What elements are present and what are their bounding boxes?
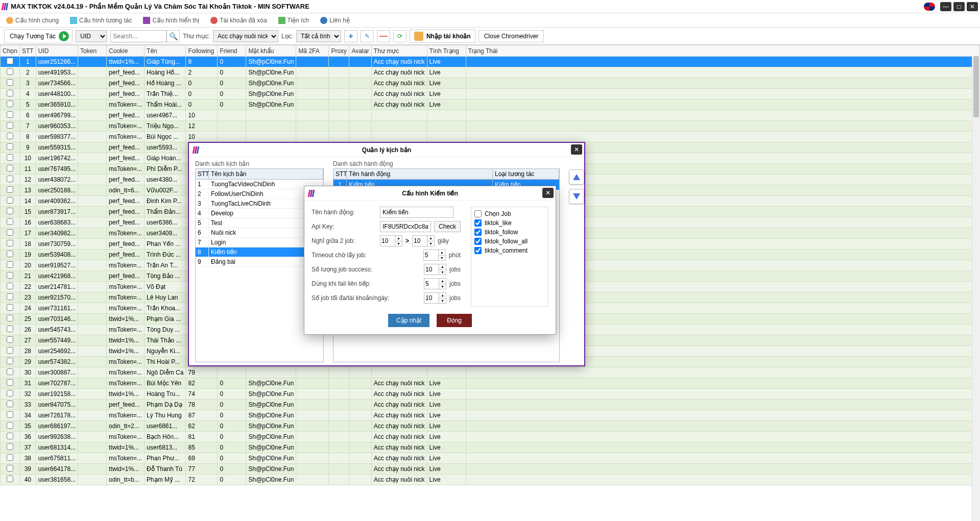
row-checkbox[interactable]	[7, 315, 13, 321]
row-checkbox[interactable]	[7, 476, 13, 482]
table-row[interactable]: 7user960353...msToken=...Triệu Ngọ...12	[1, 121, 980, 132]
edit-button[interactable]: ✎	[361, 30, 374, 42]
move-down-button[interactable]	[569, 189, 584, 204]
column-header[interactable]: Tên	[145, 45, 186, 57]
row-checkbox[interactable]	[7, 293, 13, 300]
row-checkbox[interactable]	[7, 465, 13, 472]
uid-select[interactable]: UID	[76, 30, 107, 42]
table-row[interactable]: 40user381658...odin_tt=b...Phạm Mỹ ...72…	[1, 475, 980, 485]
menu-config-interaction[interactable]: Cấu hình tương tác	[67, 15, 135, 26]
row-checkbox[interactable]	[7, 422, 13, 429]
row-checkbox[interactable]	[7, 143, 13, 150]
table-row[interactable]: 30user300887...msToken=...Ngô Diễm Ca79	[1, 367, 980, 378]
table-row[interactable]: 36user992638...msToken=...Bạch Hôn...810…	[1, 432, 980, 442]
column-header[interactable]: Mật khẩu	[246, 45, 296, 57]
menu-contact[interactable]: Liên hệ	[317, 15, 353, 26]
table-row[interactable]: 3user734566...perf_feed...Hồ Hoàng ...00…	[1, 78, 980, 89]
column-header[interactable]: Tình Trạng	[427, 45, 466, 57]
scroll-thumb[interactable]	[973, 56, 979, 117]
column-header[interactable]: UID	[36, 45, 78, 57]
row-checkbox[interactable]	[7, 176, 13, 182]
job-type-checkbox[interactable]	[474, 238, 482, 245]
row-checkbox[interactable]	[7, 251, 13, 257]
row-checkbox[interactable]	[7, 433, 13, 439]
table-row[interactable]: 5user365910...msToken=...Thẩm Hoài...00S…	[1, 100, 980, 110]
table-row[interactable]: 39user664178...ttwid=1%...Đỗ Thanh Tú770…	[1, 464, 980, 475]
row-checkbox[interactable]	[7, 326, 13, 332]
menu-utilities[interactable]: Tiện ích	[275, 15, 313, 26]
timeout-spinner[interactable]: ▲▼	[423, 250, 446, 261]
row-checkbox[interactable]	[7, 229, 13, 236]
row-checkbox[interactable]	[7, 283, 13, 289]
row-checkbox[interactable]	[7, 111, 13, 118]
table-row[interactable]: 1user251266...ttwid=1%...Giáp Tùng...80S…	[1, 57, 980, 67]
row-checkbox[interactable]	[7, 304, 13, 311]
success-spinner[interactable]: ▲▼	[424, 264, 446, 275]
refresh-button[interactable]: ⟳	[393, 30, 407, 42]
row-checkbox[interactable]	[7, 336, 13, 343]
vertical-scrollbar[interactable]	[972, 56, 980, 521]
search-button[interactable]: 🔍	[166, 30, 180, 42]
folder-select[interactable]: Acc chạy nuôi nick	[213, 30, 278, 42]
column-header[interactable]: Chọn	[1, 45, 20, 57]
minimize-button[interactable]: —	[940, 2, 951, 11]
row-checkbox[interactable]	[7, 186, 13, 193]
column-header[interactable]: Proxy	[329, 45, 349, 57]
fail-spinner[interactable]: ▲▼	[424, 278, 446, 289]
row-checkbox[interactable]	[7, 133, 13, 139]
row-checkbox[interactable]	[7, 218, 13, 225]
column-header[interactable]: Friend	[218, 45, 246, 57]
table-row[interactable]: 4user448100...perf_feed...Trần Thiệ...00…	[1, 89, 980, 100]
row-checkbox[interactable]	[7, 68, 13, 75]
column-header[interactable]: Cookie	[107, 45, 145, 57]
import-account-button[interactable]: Nhập tài khoản	[410, 30, 475, 43]
max-spinner[interactable]: ▲▼	[424, 292, 446, 304]
rest-min-spinner[interactable]: ▲▼	[380, 235, 402, 246]
row-checkbox[interactable]	[7, 208, 13, 214]
row-checkbox[interactable]	[7, 390, 13, 396]
column-header[interactable]: Avatar	[349, 45, 371, 57]
row-checkbox[interactable]	[7, 122, 13, 129]
job-type-checkbox[interactable]	[474, 247, 482, 254]
table-row[interactable]: 35user686197...odin_tt=2...user6861...62…	[1, 421, 980, 432]
row-checkbox[interactable]	[7, 58, 13, 64]
column-header[interactable]: Token	[78, 45, 107, 57]
rest-max-spinner[interactable]: ▲▼	[412, 235, 435, 246]
column-header[interactable]: Thư mực	[371, 45, 427, 57]
remove-button[interactable]: —	[377, 30, 390, 42]
run-interaction-button[interactable]: Chạy Tương Tác	[4, 29, 73, 43]
update-button[interactable]: Cập nhật	[388, 314, 429, 327]
close-button[interactable]: ✕	[967, 2, 978, 11]
row-checkbox[interactable]	[7, 165, 13, 171]
row-checkbox[interactable]	[7, 154, 13, 161]
job-type-checkbox[interactable]	[474, 229, 482, 236]
job-type-checkbox[interactable]	[474, 219, 482, 227]
table-row[interactable]: 38user675811...msToken=...Phan Phư...690…	[1, 453, 980, 464]
close-button[interactable]: Đóng	[437, 314, 472, 327]
menu-config-display[interactable]: Cấu hình hiển thị	[140, 15, 202, 26]
row-checkbox[interactable]	[7, 379, 13, 386]
maximize-button[interactable]: □	[953, 2, 965, 11]
job-type-checkbox[interactable]	[474, 210, 482, 217]
table-row[interactable]: 37user681314...ttwid=1%...user6813...850…	[1, 442, 980, 453]
menu-config-general[interactable]: Cấu hình chung	[3, 15, 62, 26]
table-row[interactable]: 2user491953...perf_feed...Hoàng Hồ...20S…	[1, 67, 980, 78]
row-checkbox[interactable]	[7, 443, 13, 450]
table-row[interactable]: 33user847075...perf_feed...Phạm Dạ Dạ780…	[1, 400, 980, 410]
menu-deleted-accounts[interactable]: Tài khoản đã xóa	[207, 15, 270, 26]
row-checkbox[interactable]	[7, 272, 13, 279]
table-row[interactable]: 34user726178...msToken=...Lý Thu Hung870…	[1, 410, 980, 421]
column-header[interactable]: Trạng Thái	[466, 45, 979, 57]
action-name-input[interactable]	[380, 207, 453, 218]
dialog-close-button[interactable]: ✕	[542, 188, 554, 198]
column-header[interactable]: Following	[186, 45, 218, 57]
add-button[interactable]: +	[344, 30, 357, 42]
row-checkbox[interactable]	[7, 358, 13, 364]
column-header[interactable]: STT	[20, 45, 36, 57]
row-checkbox[interactable]	[7, 101, 13, 107]
check-api-button[interactable]: Check	[434, 221, 461, 232]
row-checkbox[interactable]	[7, 411, 13, 418]
table-row[interactable]: 6user496799...perf_feed...user4967...10	[1, 110, 980, 121]
search-input[interactable]	[110, 30, 166, 42]
row-checkbox[interactable]	[7, 197, 13, 204]
